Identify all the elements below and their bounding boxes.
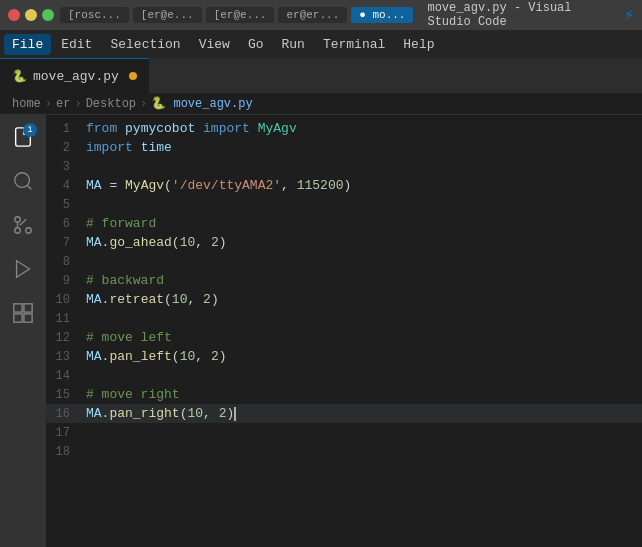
- breadcrumb-er: er: [56, 97, 70, 111]
- breadcrumb-sep-3: ›: [140, 97, 147, 111]
- activity-search-icon[interactable]: [9, 167, 37, 195]
- breadcrumb-sep-1: ›: [45, 97, 52, 111]
- code-editor[interactable]: 1 from pymycobot import MyAgv 2 import t…: [46, 115, 642, 547]
- svg-point-3: [15, 217, 21, 223]
- close-button[interactable]: [8, 9, 20, 21]
- title-tab-5[interactable]: ● mo...: [351, 7, 413, 23]
- code-line-10: 10 MA.retreat(10, 2): [46, 290, 642, 309]
- breadcrumb: home › er › Desktop › 🐍 move_agv.py: [0, 93, 642, 115]
- title-tab-4[interactable]: er@er...: [278, 7, 347, 23]
- code-line-8: 8: [46, 252, 642, 271]
- code-line-3: 3: [46, 157, 642, 176]
- title-tab-2[interactable]: [er@e...: [133, 7, 202, 23]
- code-line-12: 12 # move left: [46, 328, 642, 347]
- svg-rect-9: [24, 314, 32, 322]
- title-tab-1[interactable]: [rosc...: [60, 7, 129, 23]
- menu-view[interactable]: View: [191, 34, 238, 55]
- activity-bar: [0, 115, 46, 547]
- tab-bar: 🐍 move_agv.py: [0, 58, 642, 93]
- python-file-icon: 🐍: [12, 69, 27, 84]
- editor-tab[interactable]: 🐍 move_agv.py: [0, 58, 149, 93]
- editor-area: 1 from pymycobot import MyAgv 2 import t…: [0, 115, 642, 547]
- svg-rect-8: [14, 314, 22, 322]
- code-line-13: 13 MA.pan_left(10, 2): [46, 347, 642, 366]
- svg-marker-5: [17, 261, 30, 278]
- code-line-9: 9 # backward: [46, 271, 642, 290]
- menu-terminal[interactable]: Terminal: [315, 34, 393, 55]
- activity-git-icon[interactable]: [9, 211, 37, 239]
- window-controls: [8, 9, 54, 21]
- breadcrumb-file: 🐍 move_agv.py: [151, 96, 252, 111]
- menu-file[interactable]: File: [4, 34, 51, 55]
- code-line-15: 15 # move right: [46, 385, 642, 404]
- svg-point-4: [15, 228, 21, 234]
- vscode-icon: ⚡: [624, 5, 634, 25]
- code-line-16: 16 MA.pan_right(10, 2): [46, 404, 642, 423]
- menu-go[interactable]: Go: [240, 34, 272, 55]
- modified-dot: [129, 72, 137, 80]
- activity-debug-icon[interactable]: [9, 255, 37, 283]
- code-line-11: 11: [46, 309, 642, 328]
- title-tabs: [rosc... [er@e... [er@e... er@er... ● mo…: [60, 7, 413, 23]
- activity-files-icon[interactable]: [9, 123, 37, 151]
- breadcrumb-sep-2: ›: [74, 97, 81, 111]
- breadcrumb-desktop: Desktop: [86, 97, 136, 111]
- window-title: move_agv.py - Visual Studio Code: [427, 1, 618, 29]
- code-line-1: 1 from pymycobot import MyAgv: [46, 119, 642, 138]
- menu-help[interactable]: Help: [395, 34, 442, 55]
- title-tab-3[interactable]: [er@e...: [206, 7, 275, 23]
- code-line-2: 2 import time: [46, 138, 642, 157]
- svg-point-2: [26, 228, 32, 234]
- title-bar: [rosc... [er@e... [er@e... er@er... ● mo…: [0, 0, 642, 30]
- menu-run[interactable]: Run: [273, 34, 312, 55]
- code-line-14: 14: [46, 366, 642, 385]
- breadcrumb-home: home: [12, 97, 41, 111]
- code-line-18: 18: [46, 442, 642, 461]
- code-line-7: 7 MA.go_ahead(10, 2): [46, 233, 642, 252]
- svg-point-0: [15, 173, 30, 188]
- menu-bar: File Edit Selection View Go Run Terminal…: [0, 30, 642, 58]
- tab-filename: move_agv.py: [33, 69, 119, 84]
- code-line-4: 4 MA = MyAgv('/dev/ttyAMA2', 115200): [46, 176, 642, 195]
- code-line-6: 6 # forward: [46, 214, 642, 233]
- svg-rect-6: [14, 304, 22, 312]
- svg-rect-7: [24, 304, 32, 312]
- minimize-button[interactable]: [25, 9, 37, 21]
- svg-line-1: [27, 185, 31, 189]
- code-line-5: 5: [46, 195, 642, 214]
- code-line-17: 17: [46, 423, 642, 442]
- menu-edit[interactable]: Edit: [53, 34, 100, 55]
- maximize-button[interactable]: [42, 9, 54, 21]
- text-cursor: [234, 407, 236, 421]
- activity-extensions-icon[interactable]: [9, 299, 37, 327]
- menu-selection[interactable]: Selection: [102, 34, 188, 55]
